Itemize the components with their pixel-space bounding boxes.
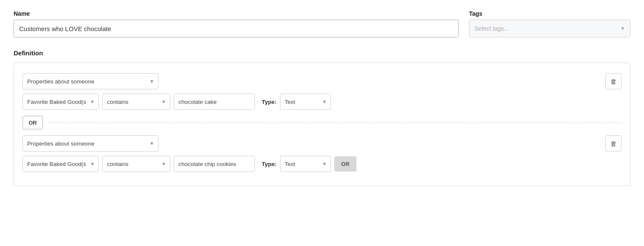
or-line [48, 123, 621, 123]
condition-row-1-top: Properties about someone ▼ 🗑 [23, 73, 621, 89]
properties-select-wrapper-2: Properties about someone ▼ [23, 135, 158, 152]
type-select-1[interactable]: Text [280, 94, 331, 110]
condition-group-1: Properties about someone ▼ 🗑 Favorite Ba… [23, 73, 621, 110]
properties-select-1[interactable]: Properties about someone [23, 73, 158, 89]
or-end-button[interactable]: OR [334, 156, 356, 172]
type-select-wrapper-2: Text ▼ [280, 156, 331, 172]
field-select-wrapper-1: Favorite Baked Good(s) ▼ [23, 94, 99, 110]
field-select-1[interactable]: Favorite Baked Good(s) [23, 94, 99, 110]
name-label: Name [14, 10, 459, 17]
definition-box: Properties about someone ▼ 🗑 Favorite Ba… [14, 63, 630, 186]
definition-title: Definition [14, 49, 630, 57]
field-select-wrapper-2: Favorite Baked Good(s) ▼ [23, 156, 99, 172]
condition-row-2-top: Properties about someone ▼ 🗑 [23, 135, 621, 152]
operator-select-1[interactable]: contains [102, 94, 170, 110]
delete-group-2-button[interactable]: 🗑 [605, 135, 621, 152]
type-select-wrapper-1: Text ▼ [280, 94, 331, 110]
value-input-2[interactable] [174, 156, 255, 172]
top-row: Name Tags Select tags... ▼ [14, 10, 630, 37]
tags-section: Tags Select tags... ▼ [469, 10, 630, 37]
or-divider: OR [23, 116, 621, 129]
field-select-2[interactable]: Favorite Baked Good(s) [23, 156, 99, 172]
trash-icon-1: 🗑 [610, 78, 617, 85]
delete-group-1-button[interactable]: 🗑 [605, 73, 621, 89]
properties-select-wrapper-1: Properties about someone ▼ [23, 73, 158, 89]
tags-select[interactable]: Select tags... [469, 20, 630, 37]
operator-select-wrapper-2: contains ▼ [102, 156, 170, 172]
name-section: Name [14, 10, 459, 37]
condition-group-2: Properties about someone ▼ 🗑 Favorite Ba… [23, 135, 621, 172]
definition-section: Definition Properties about someone ▼ 🗑 [14, 49, 630, 186]
name-input[interactable] [14, 20, 459, 37]
or-button[interactable]: OR [23, 116, 43, 129]
properties-select-2[interactable]: Properties about someone [23, 135, 158, 152]
operator-select-2[interactable]: contains [102, 156, 170, 172]
type-label-2: Type: [262, 161, 277, 167]
condition-row-1-bottom: Favorite Baked Good(s) ▼ contains ▼ Type… [23, 94, 621, 110]
trash-icon-2: 🗑 [610, 140, 617, 147]
value-input-1[interactable] [174, 94, 255, 110]
condition-row-2-bottom: Favorite Baked Good(s) ▼ contains ▼ Type… [23, 156, 621, 172]
type-select-2[interactable]: Text [280, 156, 331, 172]
tags-label: Tags [469, 10, 630, 17]
tags-wrapper: Select tags... ▼ [469, 20, 630, 37]
type-label-1: Type: [262, 99, 277, 105]
operator-select-wrapper-1: contains ▼ [102, 94, 170, 110]
